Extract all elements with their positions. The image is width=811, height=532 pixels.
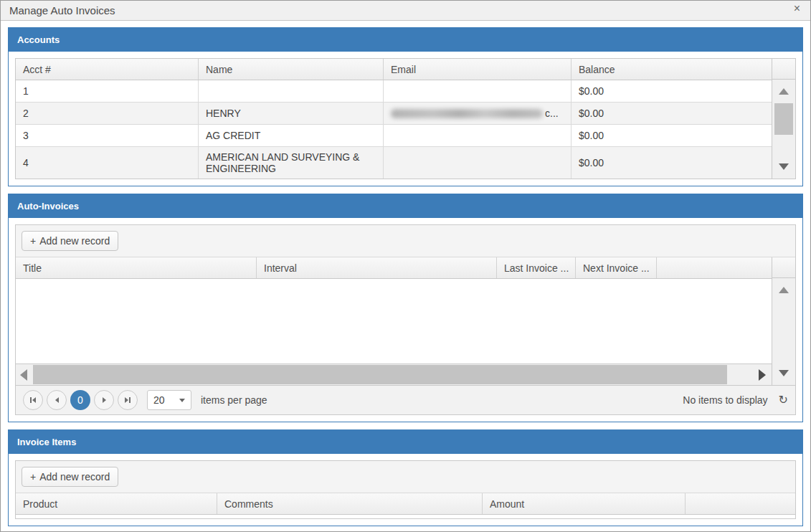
accounts-section: Accounts Acct # Name Email Balance 1 xyxy=(8,27,803,186)
column-header-name[interactable]: Name xyxy=(199,59,384,80)
dialog-titlebar: Manage Auto Invoices × xyxy=(1,1,810,21)
last-page-icon xyxy=(125,397,128,403)
cell-name: HENRY xyxy=(199,103,384,124)
account-row[interactable]: 1 $0.00 xyxy=(16,80,772,103)
chevron-down-icon xyxy=(179,399,185,402)
add-new-record-label: Add new record xyxy=(39,235,110,247)
invoice-items-section: Invoice Items + Add new record Product C… xyxy=(8,429,803,526)
next-page-icon xyxy=(103,397,106,403)
auto-invoices-section-title: Auto-Invoices xyxy=(9,194,802,218)
scroll-right-icon[interactable] xyxy=(759,369,766,381)
pager-status-text: No items to display xyxy=(683,394,767,406)
column-header-comments[interactable]: Comments xyxy=(217,493,483,514)
pager-previous-button[interactable] xyxy=(47,390,67,410)
account-row[interactable]: 3 AG CREDIT $0.00 xyxy=(16,125,772,147)
previous-page-icon xyxy=(55,397,59,403)
items-per-page-label: items per page xyxy=(201,394,267,406)
pager-next-button[interactable] xyxy=(94,390,114,410)
first-page-icon xyxy=(30,397,32,403)
redacted-email-suffix: c... xyxy=(545,108,559,119)
invoice-items-empty-body xyxy=(16,515,795,518)
pager-current-page[interactable]: 0 xyxy=(70,390,90,410)
scrollbar-header-spacer xyxy=(772,257,795,278)
accounts-vertical-scrollbar[interactable] xyxy=(772,59,795,179)
add-new-record-button[interactable]: + Add new record xyxy=(22,467,118,487)
pager-last-button[interactable] xyxy=(118,390,138,410)
scroll-down-icon[interactable] xyxy=(779,370,789,376)
cell-acct: 2 xyxy=(16,103,199,124)
pager-first-button[interactable] xyxy=(23,390,43,410)
auto-invoices-toolbar: + Add new record xyxy=(16,225,795,257)
cell-name xyxy=(199,80,384,102)
cell-balance: $0.00 xyxy=(572,80,772,102)
accounts-section-title: Accounts xyxy=(9,28,802,52)
refresh-icon[interactable]: ↻ xyxy=(779,394,788,406)
plus-icon: + xyxy=(30,235,36,247)
invoice-items-grid: + Add new record Product Comments Amount xyxy=(15,460,796,519)
column-header-interval[interactable]: Interval xyxy=(257,257,497,278)
cell-email xyxy=(384,125,572,146)
scrollbar-header-spacer xyxy=(772,59,795,80)
cell-email xyxy=(384,80,572,102)
auto-invoices-grid: + Add new record Title Interval Last Inv… xyxy=(15,224,796,415)
page-size-dropdown[interactable]: 20 xyxy=(147,390,191,410)
invoice-items-toolbar: + Add new record xyxy=(16,461,795,493)
cell-acct: 3 xyxy=(16,125,199,146)
cell-acct: 1 xyxy=(16,80,199,102)
add-new-record-label: Add new record xyxy=(39,471,110,483)
account-row[interactable]: 4 AMERICAN LAND SURVEYING & ENGINEERING … xyxy=(16,147,772,179)
column-header-commands xyxy=(686,493,795,514)
column-header-next-invoice[interactable]: Next Invoice ... xyxy=(576,257,657,278)
auto-invoices-pager: 0 20 items per page xyxy=(16,385,795,414)
column-header-title[interactable]: Title xyxy=(16,257,257,278)
scroll-up-icon[interactable] xyxy=(779,88,789,95)
auto-invoices-horizontal-scrollbar[interactable] xyxy=(16,364,772,385)
scroll-left-icon[interactable] xyxy=(20,369,27,381)
scroll-up-icon[interactable] xyxy=(779,287,789,293)
plus-icon: + xyxy=(30,471,36,483)
column-header-amount[interactable]: Amount xyxy=(483,493,686,514)
auto-invoices-vertical-scrollbar[interactable] xyxy=(772,257,795,385)
dialog-content: Accounts Acct # Name Email Balance 1 xyxy=(1,21,810,532)
invoice-items-grid-header: Product Comments Amount xyxy=(16,493,795,515)
cell-acct: 4 xyxy=(16,147,199,179)
cell-name: AMERICAN LAND SURVEYING & ENGINEERING xyxy=(199,147,384,179)
dialog-title: Manage Auto Invoices xyxy=(9,4,792,16)
auto-invoices-section: Auto-Invoices + Add new record Title xyxy=(8,194,803,422)
cell-email xyxy=(384,147,572,179)
scrollbar-thumb[interactable] xyxy=(774,103,793,135)
add-new-record-button[interactable]: + Add new record xyxy=(22,231,118,251)
manage-auto-invoices-dialog: Manage Auto Invoices × Accounts Acct # N… xyxy=(0,0,811,532)
cell-name: AG CREDIT xyxy=(199,125,384,146)
page-size-value: 20 xyxy=(153,394,179,406)
scroll-down-icon[interactable] xyxy=(779,163,789,170)
accounts-grid-header: Acct # Name Email Balance xyxy=(16,59,772,80)
column-header-commands xyxy=(657,257,772,278)
invoice-items-section-title: Invoice Items xyxy=(9,430,802,454)
cell-balance: $0.00 xyxy=(572,147,772,179)
close-icon[interactable]: × xyxy=(792,3,802,14)
column-header-email[interactable]: Email xyxy=(384,59,572,80)
auto-invoices-grid-header: Title Interval Last Invoice ... Next Inv… xyxy=(16,257,772,279)
column-header-acct[interactable]: Acct # xyxy=(16,59,199,80)
redacted-email-blur xyxy=(391,109,543,118)
cell-balance: $0.00 xyxy=(572,103,772,124)
column-header-product[interactable]: Product xyxy=(16,493,217,514)
column-header-last-invoice[interactable]: Last Invoice ... xyxy=(497,257,576,278)
accounts-grid: Acct # Name Email Balance 1 $0.00 xyxy=(15,58,796,179)
account-row[interactable]: 2 HENRY c... $0.00 xyxy=(16,103,772,125)
cell-email: c... xyxy=(384,103,572,124)
cell-balance: $0.00 xyxy=(572,125,772,146)
auto-invoices-empty-body xyxy=(16,279,772,364)
scrollbar-thumb[interactable] xyxy=(33,365,727,384)
column-header-balance[interactable]: Balance xyxy=(572,59,772,80)
